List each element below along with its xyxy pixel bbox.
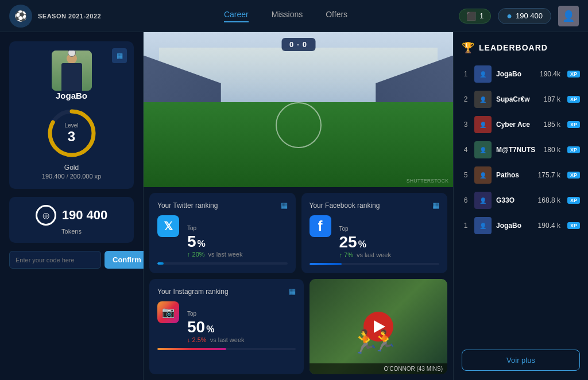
nav-right: ⬛ 1 ● 190 400 👤 [459,6,579,26]
instagram-card-main: 📷 Top 50 % ↓ 2.5% vs last week [157,301,296,343]
instagram-top-label: Top [187,311,245,317]
center-content: 0 - 0 SHUTTERSTOCK Your Twitter ranking … [144,32,453,380]
instagram-card-header: Your Instagram ranking ▦ [157,287,296,296]
facebook-card-main: f Top 25 % ↑ 7% vs last week [310,215,440,258]
facebook-stats: Top 25 % ↑ 7% vs last week [339,226,391,258]
coin-icon: ● [506,11,512,21]
facebook-change: ↑ 7% vs last week [339,251,391,258]
facebook-pct-symbol: % [358,239,366,250]
profile-card: ▦ JogaBo Level 3 Gold 190.400 / 200.000 … [9,41,134,189]
confirm-button[interactable]: Confirm [105,251,149,269]
nav-tabs: Career Missions Offers [113,10,459,22]
twitter-top-label: Top [187,225,243,231]
facebook-percentage: 25 [339,233,357,251]
level-ring: Level 3 [46,107,98,159]
leaderboard-header: 🏆 LEADERBOARD [462,41,580,54]
leaderboard-list: 1 👤 JogaBo 190.4k XP 2 👤 SupaCr€w 187 k … [462,63,580,343]
lb-avatar-7: 👤 [474,217,492,234]
instagram-icon: 📷 [157,301,179,323]
lb-item-7: 1 👤 JogaBo 190.4 k XP [462,215,580,236]
video-caption: O'CONNOR (43 MINS) [310,363,448,374]
coin-counter: ● 190 400 [498,8,551,24]
instagram-progress-bar [157,348,296,350]
code-input-row: Confirm [9,251,134,269]
instagram-chart-icon[interactable]: ▦ [289,287,296,296]
facebook-progress-bar [310,263,440,265]
facebook-bar-fill [310,263,342,265]
instagram-card-title: Your Instagram ranking [157,288,229,296]
score-overlay: 0 - 0 [281,38,315,51]
tab-offers[interactable]: Offers [326,10,347,22]
tokens-card: ◎ 190 400 Tokens [9,197,134,243]
lb-item-1: 1 👤 JogaBo 190.4k XP [462,63,580,85]
twitter-card-main: 𝕏 Top 5 % ↑ 20% vs last week [157,215,288,258]
twitter-card-header: Your Twitter ranking ▦ [157,201,288,210]
token-icon: ⬛ [466,11,476,21]
twitter-change: ↑ 20% vs last week [187,251,243,258]
user-avatar-nav[interactable]: 👤 [558,6,579,26]
tokens-row: ◎ 190 400 [36,205,108,226]
facebook-card-title: Your Facebook ranking [310,201,380,210]
code-input[interactable] [9,251,101,269]
tab-missions[interactable]: Missions [272,10,303,22]
coin-count: 190 400 [516,11,543,20]
lb-item-2: 2 👤 SupaCr€w 187 k XP [462,88,580,110]
level-label: Level [65,122,79,129]
watermark: SHUTTERSTOCK [407,178,448,184]
twitter-chart-icon[interactable]: ▦ [281,201,288,210]
field-center-circle [276,102,322,148]
instagram-card: Your Instagram ranking ▦ 📷 Top 50 % ↓ 2.… [149,279,304,374]
main-content: ▦ JogaBo Level 3 Gold 190.400 / 200.000 … [0,32,588,380]
twitter-progress-bar [157,262,288,265]
lb-item-3: 3 👤 Cyber Ace 185 k XP [462,114,580,135]
instagram-pct-symbol: % [206,324,214,335]
twitter-card-title: Your Twitter ranking [157,201,218,210]
facebook-top-label: Top [339,226,391,232]
token-count: 1 [479,11,483,20]
facebook-card: Your Facebook ranking ▦ f Top 25 % ↑ 7% … [301,193,448,273]
twitter-card: Your Twitter ranking ▦ 𝕏 Top 5 % ↑ 20% v… [149,193,296,273]
trophy-icon: 🏆 [462,41,474,54]
instagram-stats: Top 50 % ↓ 2.5% vs last week [187,311,245,343]
rank-label: Gold [64,164,79,172]
lb-avatar-4: 👤 [474,141,492,158]
lb-item-4: 4 👤 M@T7NUTS 180 k XP [462,139,580,161]
tab-career[interactable]: Career [224,10,249,22]
leaderboard-title: LEADERBOARD [479,43,548,52]
facebook-card-header: Your Facebook ranking ▦ [310,201,440,210]
lb-avatar-1: 👤 [474,65,492,83]
lb-item-6: 6 👤 G33O 168.8 k XP [462,189,580,211]
token-circle-icon: ◎ [36,205,56,226]
facebook-chart-icon[interactable]: ▦ [432,201,439,210]
stadium-image: 0 - 0 SHUTTERSTOCK [144,32,453,187]
voir-plus-button[interactable]: Voir plus [462,350,580,371]
token-counter: ⬛ 1 [459,9,491,24]
lb-avatar-6: 👤 [474,192,492,209]
tokens-amount: 190 400 [62,208,108,223]
logo-area: ⚽ SEASON 2021-2022 [9,5,113,28]
leaderboard-panel: 🏆 LEADERBOARD 1 👤 JogaBo 190.4k XP 2 👤 S… [453,32,588,380]
video-card[interactable]: 🏃 🏃 O'CONNOR (43 MINS) [310,279,448,374]
lb-avatar-2: 👤 [474,91,492,108]
profile-chart-button[interactable]: ▦ [112,48,127,63]
twitter-bar-fill [157,262,164,265]
instagram-percentage: 50 [187,318,205,336]
tokens-label: Tokens [61,228,82,235]
xp-label: 190.400 / 200.000 xp [42,173,101,180]
twitter-stats: Top 5 % ↑ 20% vs last week [187,225,243,258]
twitter-icon: 𝕏 [157,215,179,237]
left-panel: ▦ JogaBo Level 3 Gold 190.400 / 200.000 … [0,32,144,380]
lb-avatar-5: 👤 [474,166,492,184]
twitter-pct-symbol: % [198,239,206,249]
social-cards-row: Your Twitter ranking ▦ 𝕏 Top 5 % ↑ 20% v… [144,187,453,279]
season-label: SEASON 2021-2022 [38,13,101,20]
level-text: Level 3 [65,122,79,145]
profile-name: JogaBo [56,91,87,100]
top-navigation: ⚽ SEASON 2021-2022 Career Missions Offer… [0,0,588,32]
instagram-change: ↓ 2.5% vs last week [187,336,245,343]
bottom-row: Your Instagram ranking ▦ 📷 Top 50 % ↓ 2.… [144,279,453,380]
twitter-percentage: 5 [187,232,196,251]
instagram-bar-fill [157,348,226,350]
video-background: 🏃 🏃 [310,279,448,374]
club-logo: ⚽ [9,5,32,28]
